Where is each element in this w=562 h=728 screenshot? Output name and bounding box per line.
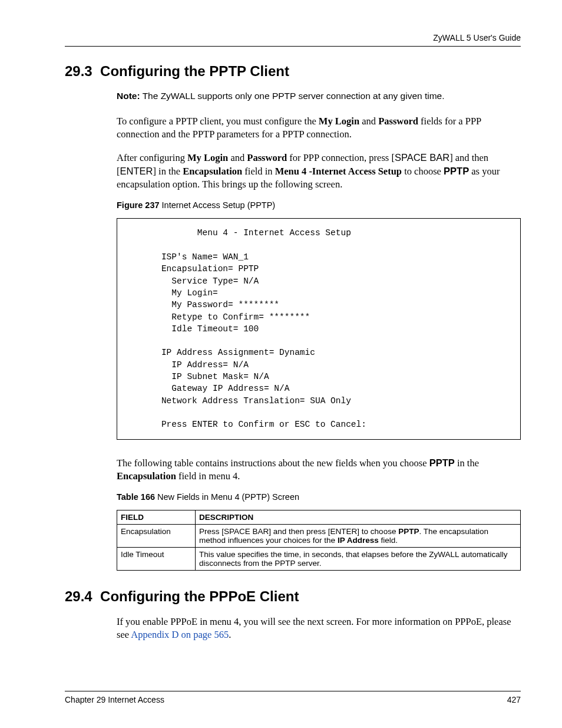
note-label: Note: (117, 91, 140, 101)
table-caption-text: New Fields in Menu 4 (PPTP) Screen (155, 492, 299, 502)
page: ZyWALL 5 User's Guide 29.3 Configuring t… (0, 0, 562, 728)
section-title-text: Configuring the PPTP Client (100, 63, 289, 79)
section-number: 29.4 (65, 588, 92, 604)
section-number: 29.3 (65, 63, 92, 79)
cell-description: This value specifies the time, in second… (196, 548, 521, 571)
running-head: ZyWALL 5 User's Guide (65, 33, 521, 47)
table-166-caption: Table 166 New Fields in Menu 4 (PPTP) Sc… (117, 492, 521, 502)
section-29-3-title: 29.3 Configuring the PPTP Client (65, 63, 521, 80)
intro-paragraph-1: To configure a PPTP client, you must con… (117, 115, 521, 141)
table-label: Table 166 (117, 492, 155, 502)
section-29-3-body: Note: The ZyWALL supports only one PPTP … (117, 90, 521, 571)
note-paragraph: Note: The ZyWALL supports only one PPTP … (117, 90, 521, 102)
terminal-screenshot: Menu 4 - Internet Access Setup ISP's Nam… (117, 218, 521, 439)
figure-caption-text: Internet Access Setup (PPTP) (160, 200, 276, 210)
section-29-4-body: If you enable PPPoE in menu 4, you will … (117, 615, 521, 642)
intro-paragraph-2: After configuring My Login and Password … (117, 151, 521, 192)
section-title-text: Configuring the PPPoE Client (100, 588, 299, 604)
page-footer: Chapter 29 Internet Access 427 (65, 691, 521, 704)
footer-chapter: Chapter 29 Internet Access (65, 695, 164, 704)
col-field: FIELD (117, 510, 196, 525)
footer-page-number: 427 (507, 695, 521, 704)
table-row: Idle Timeout This value specifies the ti… (117, 548, 521, 571)
cell-field: Idle Timeout (117, 548, 196, 571)
col-description: DESCRIPTION (196, 510, 521, 525)
figure-label: Figure 237 (117, 200, 160, 210)
figure-237-caption: Figure 237 Internet Access Setup (PPTP) (117, 200, 521, 210)
cell-field: Encapsulation (117, 525, 196, 548)
cell-description: Press [SPACE BAR] and then press [ENTER]… (196, 525, 521, 548)
section-29-4-title: 29.4 Configuring the PPPoE Client (65, 588, 521, 605)
table-header-row: FIELD DESCRIPTION (117, 510, 521, 525)
table-166: FIELD DESCRIPTION Encapsulation Press [S… (117, 510, 521, 571)
table-row: Encapsulation Press [SPACE BAR] and then… (117, 525, 521, 548)
table-intro-paragraph: The following table contains instruction… (117, 456, 521, 483)
section-29-4-paragraph: If you enable PPPoE in menu 4, you will … (117, 615, 521, 642)
note-text: The ZyWALL supports only one PPTP server… (140, 91, 445, 101)
appendix-d-link[interactable]: Appendix D on page 565 (131, 629, 229, 640)
